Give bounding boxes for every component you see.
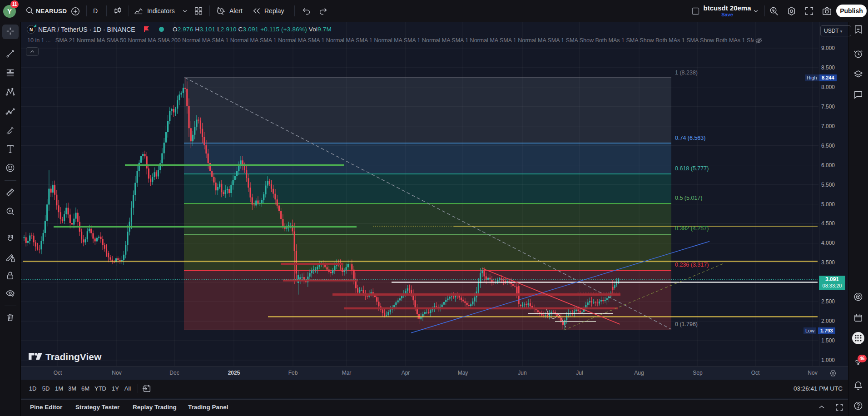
svg-text:1 (8.238): 1 (8.238) <box>675 69 698 76</box>
svg-text:0.236 (3.317): 0.236 (3.317) <box>675 262 709 268</box>
svg-text:0.74 (6.563): 0.74 (6.563) <box>675 135 705 141</box>
svg-text:0.382 (4.257): 0.382 (4.257) <box>675 225 709 232</box>
svg-text:0.618 (5.777): 0.618 (5.777) <box>675 165 709 172</box>
svg-text:0.5 (5.017): 0.5 (5.017) <box>675 195 702 201</box>
svg-text:0 (1.796): 0 (1.796) <box>675 321 698 327</box>
